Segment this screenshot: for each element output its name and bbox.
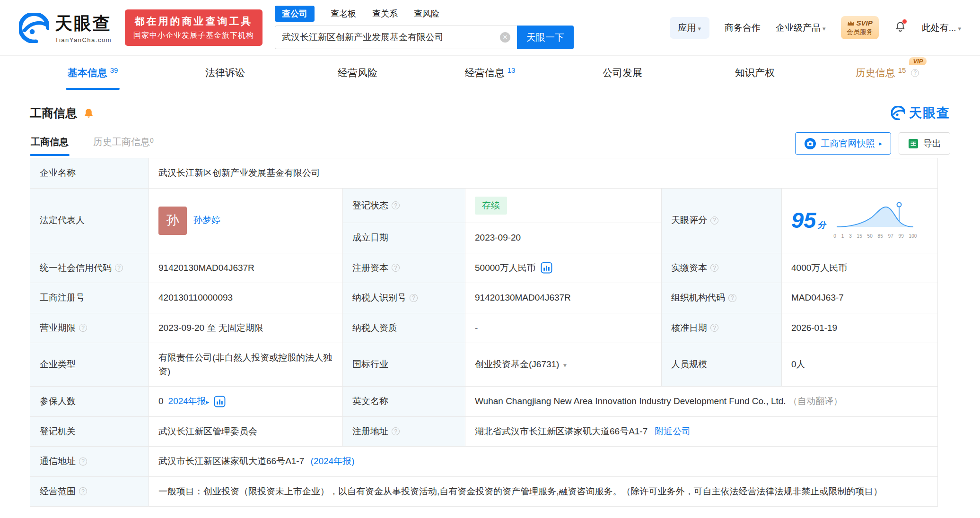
- table-row: 参保人数 0 2024年报 英文名称: [30, 387, 938, 417]
- help-icon[interactable]: [392, 427, 400, 435]
- enterprise-menu-label: 企业级产品: [776, 23, 821, 33]
- subtab-history-business-info[interactable]: 历史工商信息0: [92, 131, 155, 156]
- score-axis: 0131550859799100: [833, 233, 917, 240]
- table-row: 统一社会信用代码 91420130MAD04J637R 注册资本 50000万人…: [30, 253, 938, 283]
- tab-legal[interactable]: 法律诉讼: [205, 56, 245, 90]
- search-box: [275, 26, 517, 49]
- tab-label: 经营风险: [338, 66, 377, 79]
- search-button[interactable]: 天眼一下: [517, 26, 574, 49]
- capital-chart-icon[interactable]: [541, 262, 552, 274]
- search-input[interactable]: [282, 32, 500, 43]
- org-code-label-cell: 组织机构代码: [662, 283, 782, 313]
- help-icon[interactable]: [79, 487, 87, 495]
- crown-icon: [847, 20, 855, 26]
- tab-operating-info[interactable]: 经营信息13: [465, 56, 516, 90]
- annual-report-link[interactable]: 2024年报: [168, 395, 210, 408]
- establish-date-label-cell: 成立日期: [343, 223, 465, 253]
- tab-operating-risk[interactable]: 经营风险: [338, 56, 377, 90]
- org-code-value: MAD04J63-7: [782, 283, 938, 313]
- subscribe-bell-icon[interactable]: [83, 107, 95, 119]
- business-term-label-cell: 营业期限: [30, 313, 149, 343]
- legal-rep-label-cell: 法定代表人: [30, 188, 149, 253]
- subtab-business-info[interactable]: 工商信息: [30, 131, 70, 156]
- postal-report-link[interactable]: (2024年报): [311, 456, 355, 466]
- app-menu-label: 应用: [678, 23, 696, 33]
- main-tabs: 基本信息39 法律诉讼 经营风险 经营信息13 公司发展 知识产权 VIP 历史…: [0, 56, 980, 90]
- app-menu[interactable]: 应用: [670, 17, 710, 39]
- table-row: 登记机关 武汉长江新区管理委员会 注册地址 湖北省武汉市长江新区谌家矶大道66号…: [30, 416, 938, 447]
- status-badge: 存续: [475, 197, 507, 215]
- vip-badge: VIP: [909, 57, 927, 65]
- nearby-companies-link[interactable]: 附近公司: [655, 426, 691, 436]
- header-right-nav: 应用 商务合作 企业级产品 SVIP 会员服务 此处: [670, 16, 961, 39]
- credit-code-value: 91420130MAD04J637R: [149, 253, 343, 283]
- score-value-cell: 95分 0131550859799100: [782, 188, 938, 253]
- company-name-value: 武汉长江新区创新产业发展基金有限公司: [149, 158, 938, 189]
- help-icon[interactable]: [79, 324, 87, 332]
- business-info-section: 工商信息 天眼查 工商信息 历史工商信息0: [0, 104, 980, 507]
- help-icon[interactable]: [710, 324, 718, 332]
- search-tab-company[interactable]: 查公司: [275, 6, 315, 22]
- user-menu[interactable]: 此处有...: [922, 22, 961, 34]
- help-icon[interactable]: [392, 201, 400, 209]
- tab-basic-info[interactable]: 基本信息39: [68, 56, 118, 90]
- brand-logo[interactable]: 天眼查 TianYanCha.com: [19, 12, 112, 43]
- help-icon[interactable]: [728, 294, 736, 302]
- help-icon[interactable]: [410, 294, 418, 302]
- svip-badge[interactable]: SVIP 会员服务: [841, 16, 879, 39]
- search-clear-icon[interactable]: [500, 32, 510, 43]
- help-icon[interactable]: [392, 264, 400, 272]
- insured-chart-icon[interactable]: [214, 396, 226, 407]
- postal-label-cell: 通信地址: [30, 447, 149, 477]
- insured-label-cell: 参保人数: [30, 387, 149, 417]
- search-tab-relation[interactable]: 查关系: [372, 8, 398, 19]
- help-icon[interactable]: [79, 458, 87, 466]
- brand-domain: TianYanCha.com: [55, 36, 112, 43]
- page: 天眼查 TianYanCha.com 都在用的商业查询工具 国家中小企业发展子基…: [0, 0, 980, 518]
- official-snapshot-button[interactable]: 工商官网快照: [795, 132, 891, 155]
- reg-status-label-cell: 登记状态: [343, 188, 465, 223]
- credit-code-label: 统一社会信用代码: [40, 263, 112, 273]
- industry-label-cell: 国标行业: [343, 343, 465, 387]
- promo-line1: 都在用的商业查询工具: [133, 15, 254, 28]
- notification-bell[interactable]: [894, 20, 907, 35]
- table-row: 经营范围 一般项目：创业投资（限投资未上市企业），以自有资金从事投资活动,自有资…: [30, 476, 938, 507]
- tab-count: 15: [898, 66, 906, 74]
- enterprise-menu[interactable]: 企业级产品: [776, 22, 826, 34]
- help-icon[interactable]: [710, 264, 718, 272]
- address-value: 湖北省武汉市长江新区谌家矶大道66号A1-7: [475, 426, 648, 436]
- tab-company-development[interactable]: 公司发展: [603, 56, 642, 90]
- export-button[interactable]: 导出: [899, 132, 950, 155]
- legal-rep-label: 法定代表人: [40, 215, 85, 225]
- search-tab-risk[interactable]: 查风险: [414, 8, 439, 19]
- tab-history-info[interactable]: VIP 历史信息15: [856, 56, 919, 90]
- legal-rep-link[interactable]: 孙梦婷: [193, 214, 220, 227]
- english-name-label: 英文名称: [352, 396, 388, 406]
- chevron-down-icon[interactable]: [562, 362, 568, 369]
- industry-label: 国标行业: [352, 359, 388, 369]
- help-icon[interactable]: [710, 216, 718, 224]
- search-tab-boss[interactable]: 查老板: [331, 8, 356, 19]
- cooperation-link[interactable]: 商务合作: [725, 22, 761, 34]
- snapshot-button-label: 工商官网快照: [821, 138, 875, 150]
- tianyancha-watermark-icon: [891, 106, 905, 120]
- help-icon[interactable]: [115, 264, 123, 272]
- paid-capital-label-cell: 实缴资本: [662, 253, 782, 283]
- company-type-label-cell: 企业类型: [30, 343, 149, 387]
- scope-label: 经营范围: [40, 486, 76, 496]
- promo-banner[interactable]: 都在用的商业查询工具 国家中小企业发展子基金旗下机构: [125, 9, 262, 46]
- score-label-cell: 天眼评分: [662, 188, 782, 253]
- avatar[interactable]: 孙: [158, 207, 187, 235]
- business-term-value: 2023-09-20 至 无固定期限: [149, 313, 343, 343]
- tab-intellectual-property[interactable]: 知识产权: [735, 56, 775, 90]
- establish-date-value: 2023-09-20: [465, 223, 662, 253]
- subtab-count: 0: [150, 137, 154, 144]
- english-name-label-cell: 英文名称: [343, 387, 465, 417]
- taxpayer-quality-label: 纳税人资质: [352, 323, 397, 333]
- reg-capital-label-cell: 注册资本: [343, 253, 465, 283]
- table-row: 企业类型 有限责任公司(非自然人投资或控股的法人独资) 国标行业 创业投资基金(…: [30, 343, 938, 387]
- tab-count: 13: [508, 66, 516, 74]
- company-name-label-cell: 企业名称: [30, 158, 149, 189]
- reg-status-value-cell: 存续: [465, 188, 662, 223]
- help-icon[interactable]: [911, 69, 919, 77]
